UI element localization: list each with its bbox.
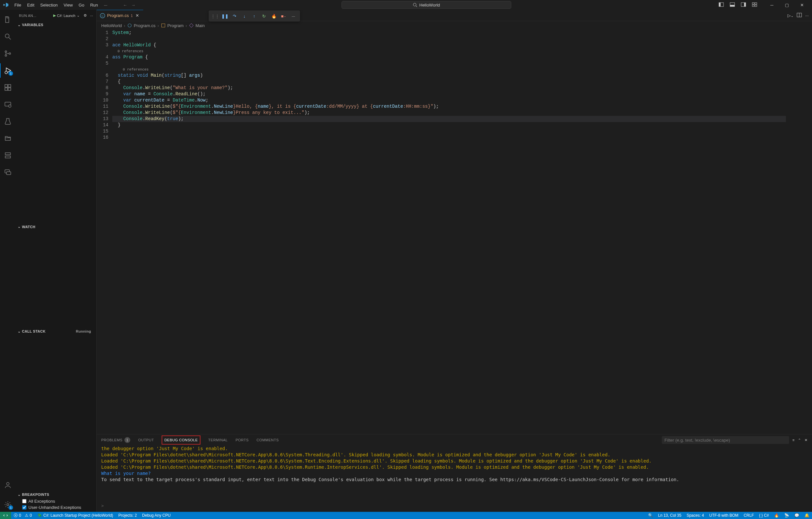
section-watch[interactable]: ⌄WATCH <box>16 223 96 230</box>
activity-remote[interactable] <box>0 97 16 112</box>
debug-config-dropdown[interactable]: ▶ C#: Launch ⌄ <box>53 13 80 18</box>
svg-rect-22 <box>5 102 11 106</box>
breakpoint-item[interactable]: All Exceptions <box>16 498 96 504</box>
step-into-icon[interactable]: ↓ <box>240 11 249 21</box>
layout-custom-icon[interactable] <box>751 1 758 9</box>
restart-icon[interactable]: ↻ <box>260 11 269 21</box>
breadcrumb[interactable]: HelloWorld› Program.cs› Program› Main <box>97 21 812 30</box>
minimap[interactable] <box>786 30 812 434</box>
breakpoint-item[interactable]: User-Unhandled Exceptions <box>16 504 96 511</box>
status-broadcast-icon[interactable]: 📡 <box>782 513 792 518</box>
chevron-down-icon: ⌄ <box>18 329 21 334</box>
activity-solution[interactable] <box>0 131 16 146</box>
activity-bar: 1 1 <box>0 10 16 512</box>
menu-selection[interactable]: Selection <box>37 1 60 9</box>
close-icon[interactable]: ✕ <box>135 12 140 19</box>
remote-indicator[interactable] <box>0 512 11 519</box>
status-launch-config[interactable]: 🪲C#: Launch Startup Project (HelloWorld) <box>35 512 116 519</box>
panel-close-icon[interactable]: ✕ <box>805 438 808 442</box>
activity-scm[interactable] <box>0 46 16 61</box>
breadcrumb-item[interactable]: Program.cs <box>134 23 155 28</box>
panel-tab-comments[interactable]: COMMENTS <box>257 435 279 444</box>
menu-file[interactable]: File <box>12 1 24 9</box>
svg-rect-10 <box>752 5 754 6</box>
panel-tab-problems[interactable]: PROBLEMS1 <box>101 434 130 445</box>
debug-console-input[interactable]: > <box>97 503 812 512</box>
filter-icon[interactable]: ≡ <box>792 438 795 442</box>
more-icon[interactable]: ··· <box>289 11 298 21</box>
breadcrumb-item[interactable]: HelloWorld <box>101 23 122 28</box>
hot-reload-icon[interactable]: 🔥 <box>269 11 279 21</box>
status-build-config[interactable]: Debug Any CPU <box>139 512 173 519</box>
step-over-icon[interactable]: ↷ <box>230 11 239 21</box>
activity-chat[interactable] <box>0 165 16 179</box>
nav-back-icon[interactable]: ← <box>123 3 127 7</box>
window-maximize[interactable]: ▢ <box>779 0 794 10</box>
window-close[interactable]: ✕ <box>794 0 809 10</box>
section-callstack[interactable]: ⌄CALL STACKRunning <box>16 328 96 335</box>
status-language[interactable]: { } C# <box>756 513 772 518</box>
debug-console-output[interactable]: the debugger option 'Just My Code' is en… <box>97 445 812 503</box>
warning-icon: ⚠ <box>25 513 28 518</box>
menu-edit[interactable]: Edit <box>25 1 37 9</box>
svg-rect-26 <box>5 170 9 173</box>
status-cursor-position[interactable]: Ln 13, Col 35 <box>656 513 684 518</box>
run-icon[interactable]: ▷⌄ <box>787 13 793 18</box>
breakpoint-label: All Exceptions <box>28 499 55 504</box>
editor-tab[interactable]: C Program.cs 1 ✕ <box>97 10 143 21</box>
status-errors[interactable]: ⓧ0 ⚠0 <box>11 512 35 519</box>
activity-extensions[interactable] <box>0 80 16 95</box>
layout-sidebar-right-icon[interactable] <box>740 1 747 9</box>
activity-account[interactable] <box>0 478 16 492</box>
window-minimize[interactable]: ─ <box>764 0 779 10</box>
debug-toolbar[interactable]: ⋮⋮ ❚❚ ↷ ↓ ↑ ↻ 🔥 ■⌄ ··· <box>209 10 300 22</box>
code-content[interactable]: System;ace HelloWorld {0 referencesass P… <box>112 30 786 434</box>
activity-testing[interactable] <box>0 114 16 128</box>
more-icon[interactable]: ··· <box>805 13 809 18</box>
layout-sidebar-left-icon[interactable] <box>717 1 725 9</box>
status-encoding[interactable]: UTF-8 with BOM <box>706 513 741 518</box>
activity-server[interactable] <box>0 148 16 163</box>
more-icon[interactable]: ··· <box>90 14 93 18</box>
menu-view[interactable]: View <box>61 1 76 9</box>
breakpoint-checkbox[interactable] <box>22 499 26 503</box>
panel-tab-output[interactable]: OUTPUT <box>138 435 154 444</box>
menu-overflow[interactable]: ··· <box>101 1 110 9</box>
split-editor-icon[interactable] <box>796 12 802 19</box>
panel-tab-debug-console[interactable]: DEBUG CONSOLE <box>162 435 200 444</box>
drag-handle-icon[interactable]: ⋮⋮ <box>211 11 220 21</box>
breadcrumb-item[interactable]: Main <box>196 23 205 28</box>
status-fire-icon[interactable]: 🔥 <box>772 513 782 518</box>
pause-icon[interactable]: ❚❚ <box>221 11 230 21</box>
status-projects[interactable]: Projects: 2 <box>116 512 140 519</box>
section-variables[interactable]: ⌄VARIABLES <box>16 21 96 28</box>
panel-tab-terminal[interactable]: TERMINAL <box>208 435 228 444</box>
activity-explorer[interactable] <box>0 12 16 27</box>
breakpoint-checkbox[interactable] <box>22 505 26 510</box>
status-indentation[interactable]: Spaces: 4 <box>684 513 706 518</box>
menu-run[interactable]: Run <box>87 1 100 9</box>
status-search-icon[interactable]: 🔍 <box>645 513 656 518</box>
code-editor[interactable]: 12345678910111213141516 System;ace Hello… <box>97 30 812 434</box>
svg-point-12 <box>5 34 9 38</box>
panel-filter-input[interactable] <box>662 436 789 444</box>
menu-go[interactable]: Go <box>76 1 87 9</box>
section-breakpoints[interactable]: ⌄BREAKPOINTS <box>16 491 96 498</box>
activity-search[interactable] <box>0 29 16 44</box>
status-eol[interactable]: CRLF <box>741 513 756 518</box>
stop-icon[interactable]: ■⌄ <box>279 11 288 21</box>
collapse-icon[interactable]: ⌃ <box>798 438 801 442</box>
panel-tab-ports[interactable]: PORTS <box>235 435 249 444</box>
nav-forward-icon[interactable]: → <box>131 3 136 7</box>
layout-panel-icon[interactable] <box>728 1 736 9</box>
activity-debug[interactable]: 1 <box>0 63 16 78</box>
breadcrumb-item[interactable]: Program <box>168 23 184 28</box>
tab-modified-badge: 1 <box>130 14 133 18</box>
status-comment-icon[interactable]: 💬 <box>792 513 802 518</box>
command-center[interactable]: HelloWorld <box>342 1 511 9</box>
gear-icon[interactable]: ⚙ <box>84 13 87 18</box>
svg-point-28 <box>6 483 9 485</box>
activity-settings[interactable]: 1 <box>0 497 16 512</box>
status-bell-icon[interactable]: 🔔 <box>802 513 812 518</box>
step-out-icon[interactable]: ↑ <box>250 11 259 21</box>
